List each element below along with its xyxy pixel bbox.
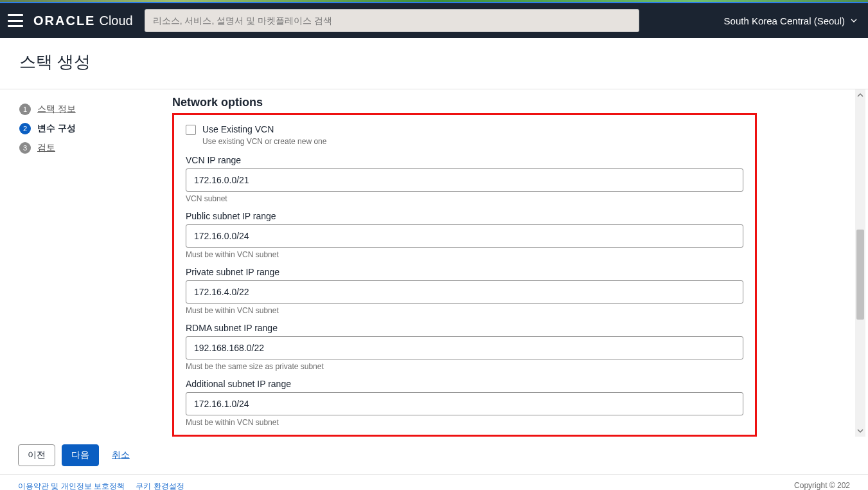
terms-privacy-link[interactable]: 이용약관 및 개인정보 보호정책	[18, 482, 125, 490]
field-help: Must be the same size as private subnet	[186, 362, 743, 371]
step-label: 스택 정보	[37, 104, 76, 115]
wizard-steps: 1 스택 정보 2 변수 구성 3 검토	[0, 89, 172, 437]
scroll-track[interactable]	[855, 101, 865, 425]
scroll-up-icon[interactable]	[855, 89, 865, 101]
form-panel: Network options Use Existing VCN Use exi…	[172, 89, 868, 437]
logo-brand: ORACLE	[33, 14, 95, 28]
chevron-down-icon	[850, 17, 858, 24]
step-number: 2	[19, 123, 31, 134]
legal-footer: 이용약관 및 개인정보 보호정책 쿠키 환경설정 Copyright © 202	[0, 474, 868, 490]
use-existing-vcn-checkbox[interactable]	[186, 125, 196, 135]
next-button[interactable]: 다음	[62, 444, 99, 466]
region-selector[interactable]: South Korea Central (Seoul)	[724, 15, 860, 26]
global-search-input[interactable]	[145, 9, 639, 32]
field-label: Private subnet IP range	[186, 267, 743, 277]
copyright-text: Copyright © 202	[794, 481, 850, 490]
field-help: VCN subnet	[186, 194, 743, 203]
use-existing-vcn-help: Use existing VCN or create new one	[202, 137, 743, 146]
cancel-link[interactable]: 취소	[112, 449, 130, 461]
vcn-ip-range-input[interactable]	[186, 168, 743, 192]
field-help: Must be within VCN subnet	[186, 418, 743, 427]
previous-button[interactable]: 이전	[18, 444, 55, 466]
logo-product: Cloud	[99, 14, 132, 28]
private-subnet-ip-input[interactable]	[186, 280, 743, 304]
step-label: 검토	[37, 142, 55, 154]
step-review[interactable]: 3 검토	[19, 142, 159, 154]
field-private-subnet-ip-range: Private subnet IP range Must be within V…	[186, 267, 743, 315]
step-label: 변수 구성	[37, 123, 76, 134]
field-label: VCN IP range	[186, 155, 743, 165]
public-subnet-ip-input[interactable]	[186, 224, 743, 248]
global-header: ORACLE Cloud South Korea Central (Seoul)	[0, 3, 868, 38]
use-existing-vcn-label: Use Existing VCN	[202, 124, 274, 134]
field-label: RDMA subnet IP range	[186, 323, 743, 333]
oracle-cloud-logo[interactable]: ORACLE Cloud	[33, 14, 133, 28]
page-title: 스택 생성	[19, 51, 849, 73]
section-title-network-options: Network options	[172, 96, 853, 109]
field-vcn-ip-range: VCN IP range VCN subnet	[186, 155, 743, 203]
field-additional-subnet-ip-range: Additional subnet IP range Must be withi…	[186, 379, 743, 427]
wizard-footer: 이전 다음 취소	[0, 437, 868, 474]
step-configure-variables[interactable]: 2 변수 구성	[19, 123, 159, 134]
page-title-bar: 스택 생성	[0, 38, 868, 89]
cookie-settings-link[interactable]: 쿠키 환경설정	[136, 482, 184, 490]
field-public-subnet-ip-range: Public subnet IP range Must be within VC…	[186, 211, 743, 259]
step-number: 3	[19, 142, 31, 154]
hamburger-menu-icon[interactable]	[8, 14, 23, 27]
additional-subnet-ip-input[interactable]	[186, 392, 743, 415]
field-label: Additional subnet IP range	[186, 379, 743, 389]
field-help: Must be within VCN subnet	[186, 306, 743, 315]
field-help: Must be within VCN subnet	[186, 250, 743, 259]
network-options-highlight-box: Use Existing VCN Use existing VCN or cre…	[172, 113, 757, 437]
region-label: South Korea Central (Seoul)	[724, 15, 845, 26]
scroll-thumb[interactable]	[856, 230, 864, 320]
rdma-subnet-ip-input[interactable]	[186, 336, 743, 359]
scroll-down-icon[interactable]	[855, 425, 865, 437]
field-label: Public subnet IP range	[186, 211, 743, 221]
step-number: 1	[19, 104, 31, 115]
field-rdma-subnet-ip-range: RDMA subnet IP range Must be the same si…	[186, 323, 743, 371]
step-stack-info[interactable]: 1 스택 정보	[19, 104, 159, 115]
form-scrollbar[interactable]	[855, 89, 865, 437]
